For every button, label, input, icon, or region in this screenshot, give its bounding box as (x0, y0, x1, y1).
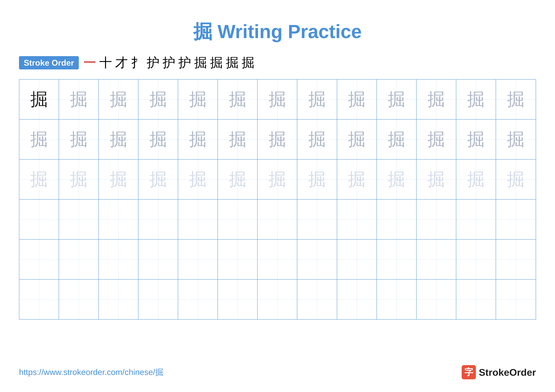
grid-cell[interactable]: 掘 (218, 79, 258, 119)
grid-cell[interactable] (456, 280, 496, 319)
grid-cell[interactable]: 掘 (258, 79, 297, 119)
practice-char: 掘 (308, 168, 326, 191)
grid-cell[interactable]: 掘 (297, 79, 337, 119)
grid-cell[interactable]: 掘 (59, 79, 99, 119)
grid-cell[interactable] (337, 280, 377, 319)
grid-cell[interactable] (139, 240, 178, 279)
grid-cell[interactable]: 掘 (178, 79, 218, 119)
grid-cell[interactable]: 掘 (496, 120, 536, 159)
practice-char: 掘 (269, 168, 286, 191)
grid-cell[interactable] (456, 200, 496, 239)
grid-cell[interactable]: 掘 (59, 120, 99, 159)
grid-cell[interactable] (99, 200, 139, 239)
practice-char: 掘 (269, 88, 286, 111)
grid-cell[interactable]: 掘 (297, 120, 337, 159)
grid-cell[interactable]: 掘 (337, 160, 377, 199)
grid-cell[interactable]: 掘 (178, 160, 218, 199)
grid-cell[interactable]: 掘 (456, 120, 496, 159)
grid-cell[interactable] (178, 240, 218, 279)
grid-cell[interactable] (19, 200, 59, 239)
grid-cell[interactable] (218, 280, 258, 319)
grid-cell[interactable] (178, 280, 218, 319)
grid-cell[interactable] (218, 200, 258, 239)
grid-cell[interactable]: 掘 (218, 160, 258, 199)
practice-char: 掘 (507, 168, 525, 191)
grid-cell[interactable] (377, 240, 416, 279)
stroke-order-row: Stroke Order 一 十 才 扌 护 护 护 掘 掘 掘 掘 (19, 54, 536, 71)
grid-cell[interactable]: 掘 (218, 120, 258, 159)
stroke-11: 掘 (242, 54, 254, 71)
grid-cell[interactable]: 掘 (178, 120, 218, 159)
grid-cell[interactable] (258, 200, 297, 239)
grid-cell[interactable]: 掘 (377, 120, 416, 159)
grid-cell[interactable] (496, 200, 536, 239)
grid-cell[interactable]: 掘 (456, 79, 496, 119)
grid-cell[interactable]: 掘 (139, 79, 178, 119)
grid-cell[interactable]: 掘 (416, 120, 456, 159)
grid-cell[interactable] (416, 280, 456, 319)
grid-cell[interactable] (258, 280, 297, 319)
grid-cell[interactable]: 掘 (99, 120, 139, 159)
practice-char: 掘 (150, 168, 167, 191)
grid-cell[interactable] (178, 200, 218, 239)
stroke-sequence: 一 十 才 扌 护 护 护 掘 掘 掘 掘 (84, 54, 254, 71)
stroke-3: 才 (115, 54, 128, 71)
grid-cell[interactable]: 掘 (496, 160, 536, 199)
logo-icon: 字 (462, 365, 476, 379)
stroke-4: 扌 (131, 54, 144, 71)
grid-cell[interactable] (416, 200, 456, 239)
grid-cell[interactable]: 掘 (297, 160, 337, 199)
grid-cell[interactable]: 掘 (59, 160, 99, 199)
grid-cell[interactable]: 掘 (19, 79, 59, 119)
grid-cell[interactable]: 掘 (377, 160, 416, 199)
grid-cell[interactable] (297, 280, 337, 319)
grid-cell[interactable] (19, 240, 59, 279)
grid-cell[interactable] (99, 240, 139, 279)
page-title: 掘 Writing Practice (19, 19, 536, 45)
grid-cell[interactable] (377, 280, 416, 319)
grid-cell[interactable] (19, 280, 59, 319)
grid-cell[interactable] (496, 280, 536, 319)
grid-cell[interactable]: 掘 (19, 160, 59, 199)
grid-row-2: 掘 掘 掘 掘 掘 掘 掘 掘 掘 (19, 120, 536, 160)
grid-cell[interactable] (99, 280, 139, 319)
practice-char: 掘 (110, 128, 127, 151)
grid-cell[interactable]: 掘 (99, 160, 139, 199)
grid-cell[interactable]: 掘 (416, 160, 456, 199)
grid-cell[interactable]: 掘 (258, 160, 297, 199)
grid-cell[interactable] (456, 240, 496, 279)
grid-cell[interactable] (139, 280, 178, 319)
grid-cell[interactable]: 掘 (139, 120, 178, 159)
grid-cell[interactable]: 掘 (456, 160, 496, 199)
grid-cell[interactable] (377, 200, 416, 239)
grid-cell[interactable]: 掘 (337, 79, 377, 119)
practice-char: 掘 (110, 168, 127, 191)
grid-cell[interactable]: 掘 (258, 120, 297, 159)
grid-cell[interactable] (337, 200, 377, 239)
grid-cell[interactable] (337, 240, 377, 279)
practice-char: 掘 (388, 168, 405, 191)
practice-char: 掘 (70, 168, 88, 191)
grid-cell[interactable] (416, 240, 456, 279)
grid-cell[interactable] (297, 200, 337, 239)
stroke-2: 十 (99, 54, 112, 71)
practice-char: 掘 (30, 88, 48, 111)
grid-cell[interactable] (59, 240, 99, 279)
grid-cell[interactable] (218, 240, 258, 279)
stroke-9: 掘 (210, 54, 223, 71)
grid-cell[interactable] (59, 280, 99, 319)
grid-cell[interactable]: 掘 (337, 120, 377, 159)
stroke-8: 掘 (194, 54, 207, 71)
grid-cell[interactable]: 掘 (496, 79, 536, 119)
grid-cell[interactable]: 掘 (99, 79, 139, 119)
grid-cell[interactable] (258, 240, 297, 279)
grid-cell[interactable]: 掘 (139, 160, 178, 199)
grid-cell[interactable] (496, 240, 536, 279)
grid-cell[interactable] (297, 240, 337, 279)
grid-cell[interactable]: 掘 (19, 120, 59, 159)
grid-cell[interactable] (139, 200, 178, 239)
stroke-5: 护 (147, 54, 160, 71)
grid-cell[interactable] (59, 200, 99, 239)
grid-cell[interactable]: 掘 (416, 79, 456, 119)
grid-cell[interactable]: 掘 (377, 79, 416, 119)
